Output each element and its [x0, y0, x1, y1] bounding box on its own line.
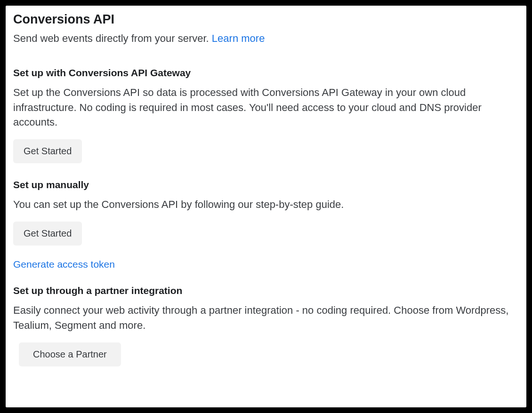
manual-get-started-button[interactable]: Get Started: [13, 222, 82, 246]
manual-heading: Set up manually: [13, 179, 519, 191]
learn-more-link[interactable]: Learn more: [212, 32, 265, 44]
gateway-get-started-button[interactable]: Get Started: [13, 139, 82, 163]
partner-description: Easily connect your web activity through…: [13, 303, 519, 333]
section-partner: Set up through a partner integration Eas…: [13, 285, 519, 366]
partner-heading: Set up through a partner integration: [13, 285, 519, 296]
gateway-heading: Set up with Conversions API Gateway: [13, 67, 519, 79]
section-manual: Set up manually You can set up the Conve…: [13, 179, 519, 270]
manual-description: You can set up the Conversions API by fo…: [13, 197, 519, 212]
intro-text: Send web events directly from your serve…: [13, 32, 212, 44]
section-gateway: Set up with Conversions API Gateway Set …: [13, 67, 519, 177]
choose-partner-button[interactable]: Choose a Partner: [19, 342, 121, 366]
page-title: Conversions API: [13, 12, 519, 27]
generate-access-token-link[interactable]: Generate access token: [13, 259, 519, 270]
gateway-description: Set up the Conversions API so data is pr…: [13, 85, 519, 130]
intro-text-row: Send web events directly from your serve…: [13, 32, 519, 46]
conversions-api-panel: Conversions API Send web events directly…: [6, 6, 526, 407]
